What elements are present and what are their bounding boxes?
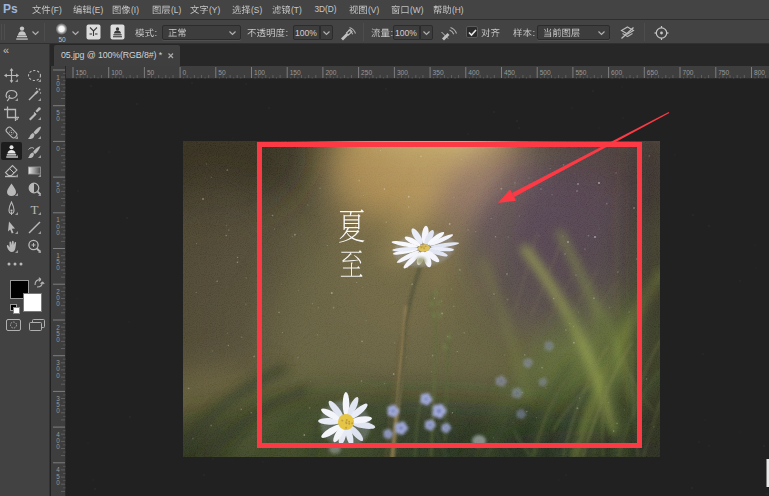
svg-text:0: 0	[56, 479, 60, 486]
svg-text:150: 150	[290, 69, 301, 76]
svg-text:(T): (T)	[291, 5, 302, 15]
svg-text:0: 0	[56, 229, 60, 236]
svg-text:700: 700	[683, 69, 694, 76]
svg-text::: :	[286, 27, 289, 37]
svg-text:0: 0	[183, 69, 187, 76]
svg-text:0: 0	[56, 443, 60, 450]
svg-text:500: 500	[540, 69, 551, 76]
svg-text:T: T	[31, 202, 39, 217]
svg-text:300: 300	[397, 69, 408, 76]
svg-text:100: 100	[254, 69, 265, 76]
svg-text:100: 100	[111, 69, 122, 76]
svg-text:(V): (V)	[368, 5, 379, 15]
svg-text:800: 800	[754, 69, 765, 76]
svg-text:0: 0	[56, 86, 60, 93]
svg-text:400: 400	[468, 69, 479, 76]
svg-text:550: 550	[575, 69, 586, 76]
svg-text:(E): (E)	[92, 5, 103, 15]
svg-text:(F): (F)	[51, 5, 62, 15]
svg-text:0: 0	[56, 187, 60, 194]
svg-text:0: 0	[56, 407, 60, 414]
svg-text:(H): (H)	[452, 5, 464, 15]
svg-text:3D(D): 3D(D)	[315, 4, 337, 14]
svg-text:650: 650	[647, 69, 658, 76]
svg-text:(L): (L)	[171, 5, 181, 15]
svg-text:350: 350	[433, 69, 444, 76]
svg-text:0: 0	[56, 300, 60, 307]
svg-text:750: 750	[718, 69, 729, 76]
svg-text:50: 50	[147, 69, 155, 76]
svg-text:200: 200	[325, 69, 336, 76]
svg-text:0: 0	[56, 145, 60, 152]
svg-text:(W): (W)	[410, 5, 424, 15]
svg-text:600: 600	[611, 69, 622, 76]
svg-text::: :	[532, 27, 535, 37]
svg-text:0: 0	[56, 264, 60, 271]
svg-text:(I): (I)	[131, 5, 139, 15]
svg-text:(S): (S)	[251, 5, 262, 15]
svg-text:(Y): (Y)	[209, 5, 220, 15]
svg-text::: :	[155, 27, 158, 37]
svg-text:0: 0	[56, 372, 60, 379]
svg-text:0: 0	[56, 336, 60, 343]
svg-text:150: 150	[76, 69, 87, 76]
svg-text:0: 0	[56, 115, 60, 122]
svg-text:50: 50	[218, 69, 226, 76]
svg-text:450: 450	[504, 69, 515, 76]
svg-text:250: 250	[361, 69, 372, 76]
